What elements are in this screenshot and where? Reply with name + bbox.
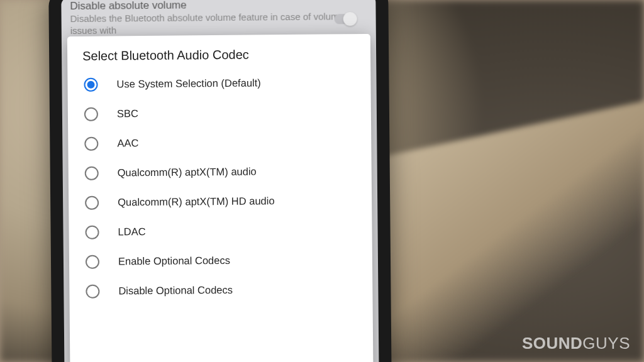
- radio-button-icon: [84, 107, 98, 121]
- radio-button-icon: [86, 255, 99, 268]
- radio-button-icon: [84, 136, 98, 150]
- codec-option-default[interactable]: Use System Selection (Default): [67, 67, 370, 99]
- codec-option-sbc[interactable]: SBC: [68, 97, 371, 129]
- toggle-switch[interactable]: [335, 14, 356, 24]
- watermark-light: GUYS: [582, 334, 630, 353]
- dialog-title: Select Bluetooth Audio Codec: [67, 47, 370, 70]
- radio-button-icon: [86, 284, 99, 298]
- codec-option-label: LDAC: [118, 225, 145, 238]
- codec-selection-dialog: Select Bluetooth Audio Codec Use System …: [67, 34, 374, 362]
- codec-option-label: Enable Optional Codecs: [118, 254, 230, 268]
- codec-option-label: AAC: [117, 136, 138, 150]
- codec-option-label: Qualcomm(R) aptX(TM) HD audio: [118, 194, 275, 209]
- codec-option-disable-optional[interactable]: Disable Optional Codecs: [69, 274, 372, 306]
- codec-option-label: Use System Selection (Default): [116, 77, 260, 91]
- radio-button-icon: [84, 77, 97, 91]
- codec-option-aptx[interactable]: Qualcomm(R) aptX(TM) audio: [69, 156, 372, 188]
- watermark-bold: SOUND: [522, 334, 582, 353]
- radio-button-icon: [85, 225, 99, 239]
- codec-option-label: Qualcomm(R) aptX(TM) audio: [118, 165, 257, 180]
- phone-screen: Disable absolute volume Disables the Blu…: [61, 0, 379, 362]
- watermark-soundguys: SOUNDGUYS: [522, 334, 630, 353]
- codec-option-aptx-hd[interactable]: Qualcomm(R) aptX(TM) HD audio: [69, 185, 372, 217]
- codec-option-aac[interactable]: AAC: [68, 126, 371, 158]
- radio-button-icon: [85, 166, 99, 180]
- codec-option-enable-optional[interactable]: Enable Optional Codecs: [69, 244, 372, 277]
- background-setting-disable-absolute-volume: Disable absolute volume Disables the Blu…: [70, 0, 367, 37]
- codec-option-ldac[interactable]: LDAC: [69, 215, 372, 247]
- codec-option-label: SBC: [117, 107, 138, 120]
- radio-button-icon: [85, 195, 99, 209]
- codec-option-label: Disable Optional Codecs: [118, 283, 233, 297]
- background-setting-description: Disables the Bluetooth absolute volume f…: [70, 11, 367, 37]
